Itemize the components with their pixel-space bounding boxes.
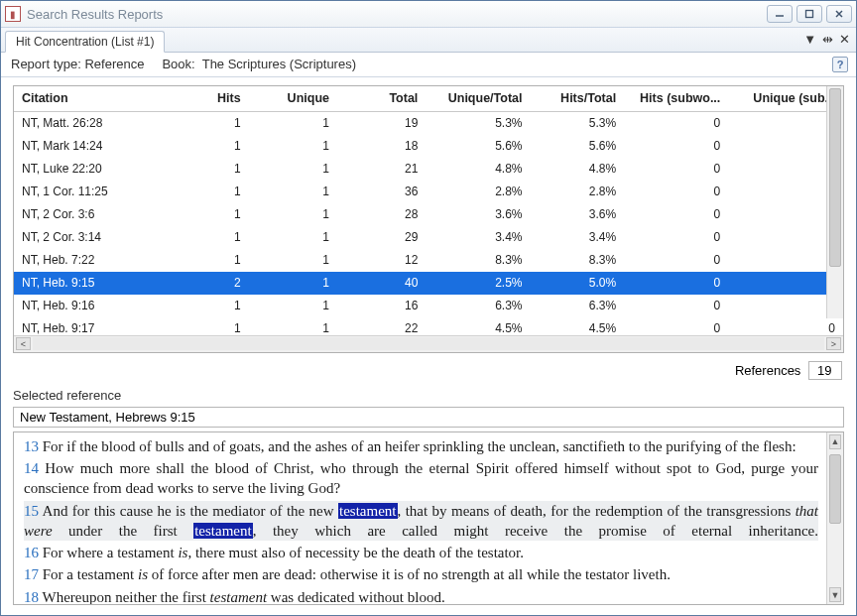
table-cell: 1 — [171, 226, 249, 249]
verse-number: 15 — [24, 503, 39, 519]
table-cell: 2 — [171, 272, 249, 295]
table-row[interactable]: NT, 1 Cor. 11:2511362.8%2.8%00 — [14, 181, 843, 203]
references-summary: References 19 — [1, 357, 856, 386]
tab-strip: Hit Concentration (List #1) ▼ ⇹ ✕ — [1, 28, 856, 52]
window-buttons — [767, 5, 852, 23]
results-table-wrap: Citation Hits Unique Total Unique/Total … — [13, 85, 844, 353]
table-cell: 1 — [171, 181, 249, 203]
scroll-down-icon[interactable]: ▼ — [829, 587, 841, 602]
table-cell: 1 — [171, 158, 249, 181]
results-table: Citation Hits Unique Total Unique/Total … — [14, 86, 843, 335]
table-row[interactable]: NT, Heb. 9:1521402.5%5.0%00 — [14, 272, 843, 295]
table-cell: 18 — [337, 135, 426, 158]
table-cell: 5.0% — [531, 272, 625, 295]
minimize-button[interactable] — [767, 5, 793, 23]
book-value[interactable]: The Scriptures (Scriptures) — [202, 57, 356, 71]
table-cell: 0 — [624, 158, 728, 181]
table-cell: 16 — [337, 295, 426, 317]
table-cell: 1 — [171, 295, 249, 317]
close-tab-icon[interactable]: ✕ — [839, 32, 850, 47]
table-cell: 1 — [249, 272, 337, 295]
table-cell: 0 — [624, 249, 728, 272]
table-cell: NT, Heb. 9:17 — [14, 317, 171, 335]
maximize-button[interactable] — [796, 5, 822, 23]
selected-verse[interactable]: 15 And for this cause he is the mediator… — [24, 501, 818, 542]
table-cell: 8.3% — [426, 249, 530, 272]
table-cell: 6.3% — [426, 295, 530, 317]
selected-reference-field[interactable]: New Testament, Hebrews 9:15 — [13, 407, 844, 428]
table-cell: 36 — [337, 181, 426, 203]
col-hits-subwords[interactable]: Hits (subwo... — [624, 86, 728, 112]
scroll-right-icon[interactable]: > — [826, 337, 841, 350]
tab-hit-concentration[interactable]: Hit Concentration (List #1) — [5, 31, 165, 53]
table-cell: 4.5% — [426, 317, 530, 335]
table-cell: 1 — [249, 111, 337, 135]
table-header-row[interactable]: Citation Hits Unique Total Unique/Total … — [14, 86, 843, 112]
table-cell: 19 — [337, 111, 426, 135]
table-row[interactable]: NT, Heb. 9:1611166.3%6.3%00 — [14, 295, 843, 317]
table-row[interactable]: NT, Heb. 9:1711224.5%4.5%00 — [14, 317, 843, 335]
table-cell: 2.8% — [426, 181, 530, 203]
table-cell: 29 — [337, 226, 426, 249]
col-unique-total[interactable]: Unique/Total — [426, 86, 530, 112]
scrollbar-track[interactable] — [33, 337, 824, 350]
close-button[interactable] — [826, 5, 852, 23]
col-unique[interactable]: Unique — [249, 86, 337, 112]
titlebar[interactable]: ▮ Search Results Reports — [1, 1, 856, 28]
col-total[interactable]: Total — [337, 86, 426, 112]
scroll-left-icon[interactable]: < — [16, 337, 31, 350]
table-cell: 4.8% — [531, 158, 625, 181]
svg-rect-1 — [806, 11, 813, 18]
table-cell: 2.8% — [531, 181, 625, 203]
table-row[interactable]: NT, Luke 22:2011214.8%4.8%00 — [14, 158, 843, 181]
search-hit: testament — [193, 523, 252, 539]
table-row[interactable]: NT, 2 Cor. 3:611283.6%3.6%00 — [14, 203, 843, 226]
table-cell: 4.8% — [426, 158, 530, 181]
tab-menu-icon[interactable]: ▼ — [803, 32, 816, 47]
table-cell: 0 — [624, 181, 728, 203]
info-bar: Report type: Reference Book: The Scriptu… — [1, 53, 856, 77]
table-row[interactable]: NT, Mark 14:2411185.6%5.6%00 — [14, 135, 843, 158]
table-cell: 1 — [249, 226, 337, 249]
table-cell: NT, Mark 14:24 — [14, 135, 171, 158]
verse-number: 18 — [24, 589, 39, 605]
col-hits[interactable]: Hits — [171, 86, 249, 112]
table-cell: NT, Heb. 7:22 — [14, 249, 171, 272]
table-cell: 5.3% — [426, 111, 530, 135]
verse-number: 13 — [24, 438, 39, 454]
scroll-up-icon[interactable]: ▲ — [829, 434, 841, 449]
table-cell: 1 — [249, 158, 337, 181]
table-cell: NT, Luke 22:20 — [14, 158, 171, 181]
book-label: Book: — [162, 57, 194, 71]
scrollbar-thumb[interactable] — [829, 454, 841, 524]
scripture-text[interactable]: 13 For if the blood of bulls and of goat… — [14, 432, 826, 604]
report-type-value[interactable]: Reference — [84, 57, 144, 71]
table-cell: 0 — [624, 135, 728, 158]
table-row[interactable]: NT, 2 Cor. 3:1411293.4%3.4%00 — [14, 226, 843, 249]
table-vertical-scrollbar[interactable] — [826, 86, 843, 318]
table-cell: 0 — [624, 111, 728, 135]
table-cell: NT, Heb. 9:15 — [14, 272, 171, 295]
table-cell: 0 — [728, 317, 843, 335]
table-cell: 21 — [337, 158, 426, 181]
table-cell: NT, Matt. 26:28 — [14, 111, 171, 135]
text-vertical-scrollbar[interactable]: ▲ ▼ — [826, 432, 843, 604]
table-cell: 1 — [249, 181, 337, 203]
scrollbar-thumb[interactable] — [829, 88, 841, 267]
table-cell: 1 — [249, 249, 337, 272]
col-hits-total[interactable]: Hits/Total — [531, 86, 625, 112]
table-cell: NT, 2 Cor. 3:6 — [14, 203, 171, 226]
table-cell: 1 — [171, 111, 249, 135]
table-cell: 5.3% — [531, 111, 625, 135]
pin-icon[interactable]: ⇹ — [822, 32, 833, 47]
table-cell: 3.6% — [426, 203, 530, 226]
verse-number: 14 — [24, 460, 39, 476]
col-citation[interactable]: Citation — [14, 86, 171, 112]
help-icon[interactable]: ? — [832, 57, 848, 72]
table-row[interactable]: NT, Heb. 7:2211128.3%8.3%00 — [14, 249, 843, 272]
table-horizontal-scrollbar[interactable]: < > — [14, 335, 843, 352]
table-cell: 5.6% — [531, 135, 625, 158]
selected-reference-label: Selected reference — [1, 386, 856, 405]
table-cell: 3.6% — [531, 203, 625, 226]
table-row[interactable]: NT, Matt. 26:2811195.3%5.3%00 — [14, 111, 843, 135]
